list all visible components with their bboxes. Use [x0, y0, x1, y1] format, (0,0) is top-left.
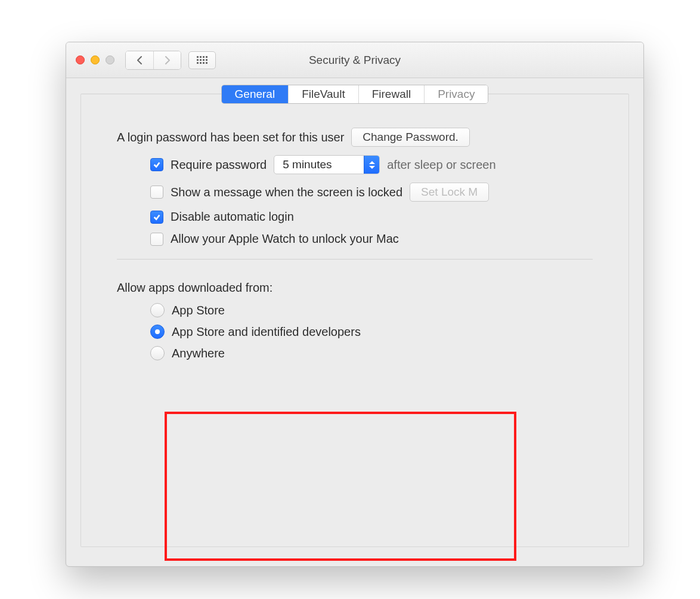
- require-password-label: Require password: [171, 158, 267, 172]
- set-lock-message-button[interactable]: Set Lock M: [410, 183, 489, 202]
- tab-filevault[interactable]: FileVault: [288, 85, 358, 103]
- titlebar: Security & Privacy: [66, 42, 643, 78]
- back-button[interactable]: [126, 51, 153, 69]
- disable-autologin-row: Disable automatic login: [117, 210, 593, 224]
- forward-button[interactable]: [153, 51, 181, 69]
- radio-button[interactable]: [150, 346, 165, 360]
- gatekeeper-option[interactable]: App Store: [150, 303, 593, 317]
- require-password-checkbox[interactable]: [150, 158, 163, 171]
- password-set-row: A login password has been set for this u…: [117, 128, 593, 147]
- tab-privacy[interactable]: Privacy: [424, 85, 488, 103]
- radio-button[interactable]: [150, 325, 165, 339]
- check-icon: [153, 160, 161, 169]
- tab-general[interactable]: General: [222, 85, 289, 103]
- apple-watch-row: Allow your Apple Watch to unlock your Ma…: [117, 232, 593, 246]
- disable-autologin-label: Disable automatic login: [171, 210, 294, 224]
- section-divider: [117, 259, 593, 260]
- chevron-left-icon: [136, 56, 143, 64]
- gatekeeper-radio-group: App StoreApp Store and identified develo…: [117, 303, 593, 360]
- show-message-row: Show a message when the screen is locked…: [117, 183, 593, 202]
- preferences-window: Security & Privacy GeneralFileVaultFirew…: [66, 42, 644, 567]
- gatekeeper-heading: Allow apps downloaded from:: [117, 281, 272, 295]
- apple-watch-label: Allow your Apple Watch to unlock your Ma…: [171, 232, 399, 246]
- login-section: A login password has been set for this u…: [81, 113, 628, 373]
- radio-label: App Store: [172, 304, 225, 317]
- gatekeeper-section: Allow apps downloaded from: App StoreApp…: [117, 281, 593, 360]
- show-message-label: Show a message when the screen is locked: [171, 186, 402, 199]
- tab-bar: GeneralFileVaultFirewallPrivacy: [81, 85, 628, 104]
- check-icon: [153, 213, 161, 221]
- password-delay-select[interactable]: 5 minutes: [274, 155, 380, 174]
- gatekeeper-option[interactable]: App Store and identified developers: [150, 325, 593, 339]
- close-window-button[interactable]: [76, 55, 85, 64]
- window-controls: [76, 55, 114, 64]
- require-password-row: Require password 5 minutes after sleep o…: [117, 155, 593, 174]
- nav-back-forward: [125, 51, 181, 70]
- chevron-right-icon: [164, 56, 171, 64]
- apple-watch-checkbox[interactable]: [150, 233, 163, 246]
- settings-panel: GeneralFileVaultFirewallPrivacy A login …: [80, 94, 629, 547]
- stepper-icon: [364, 156, 379, 174]
- password-set-text: A login password has been set for this u…: [117, 131, 344, 144]
- disable-autologin-checkbox[interactable]: [150, 211, 163, 224]
- gatekeeper-heading-row: Allow apps downloaded from:: [117, 281, 593, 295]
- tab-firewall[interactable]: Firewall: [358, 85, 424, 103]
- radio-label: Anywhere: [172, 347, 225, 360]
- show-all-button[interactable]: [188, 51, 216, 69]
- change-password-button[interactable]: Change Password.: [351, 128, 470, 147]
- after-sleep-text: after sleep or screen: [387, 158, 495, 172]
- show-message-checkbox[interactable]: [150, 186, 163, 199]
- zoom-window-button[interactable]: [106, 55, 114, 64]
- password-delay-value: 5 minutes: [274, 156, 364, 174]
- radio-label: App Store and identified developers: [172, 325, 361, 339]
- minimize-window-button[interactable]: [91, 55, 100, 64]
- annotation-highlight: [165, 412, 516, 561]
- radio-button[interactable]: [150, 303, 165, 317]
- gatekeeper-option[interactable]: Anywhere: [150, 346, 593, 360]
- grid-icon: [197, 56, 207, 64]
- content-area: GeneralFileVaultFirewallPrivacy A login …: [66, 78, 643, 563]
